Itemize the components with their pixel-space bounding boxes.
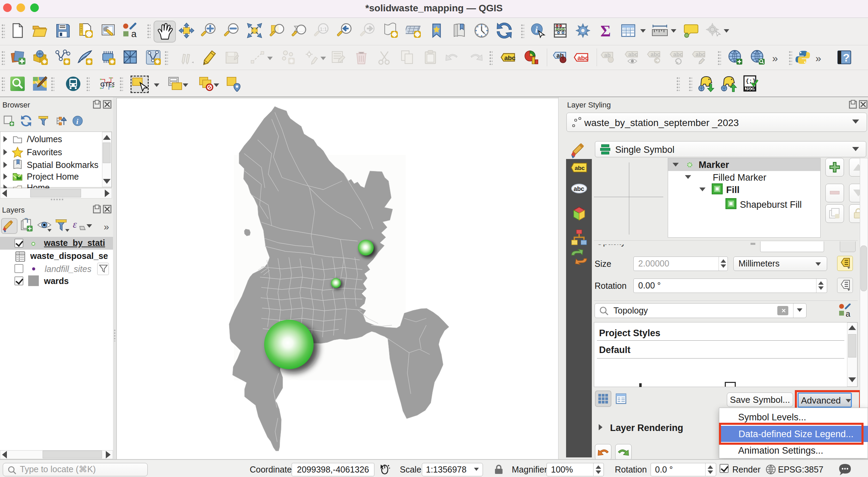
svg-text:ε: ε: [73, 219, 77, 230]
svg-text:i: i: [535, 25, 538, 35]
svg-text:abc: abc: [673, 52, 683, 57]
svg-text:i: i: [76, 117, 79, 126]
svg-text:abc: abc: [696, 52, 705, 57]
svg-text:abc: abc: [651, 52, 660, 57]
svg-text:JSON: JSON: [745, 87, 756, 91]
svg-text:abc: abc: [504, 54, 516, 61]
svg-text:abc: abc: [628, 52, 638, 57]
svg-text:abc: abc: [575, 165, 585, 171]
svg-text:a: a: [131, 29, 137, 38]
svg-text:abc: abc: [577, 54, 589, 61]
svg-text:GTFS: GTFS: [100, 81, 114, 88]
svg-text:abc: abc: [574, 185, 584, 192]
svg-text:1:1: 1:1: [320, 26, 327, 32]
svg-text:Σ: Σ: [600, 23, 611, 38]
svg-text:a: a: [846, 309, 850, 318]
svg-text:?: ?: [843, 52, 850, 64]
